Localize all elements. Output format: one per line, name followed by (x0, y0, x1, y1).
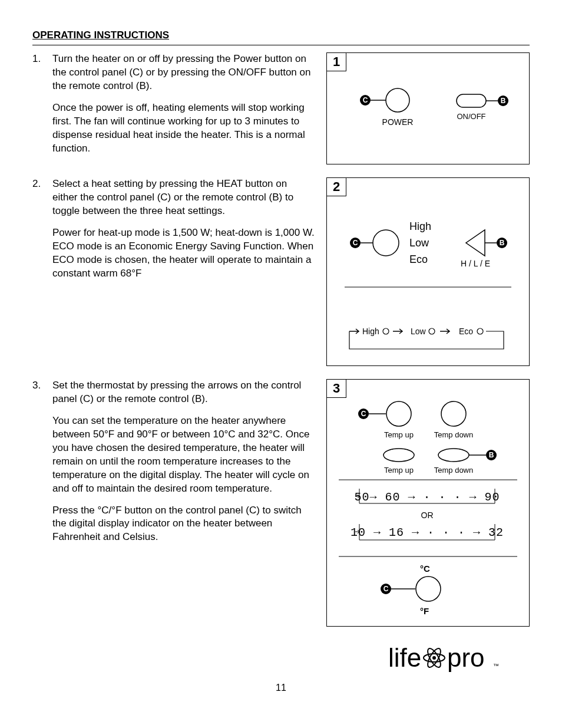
svg-point-11 (477, 328, 483, 334)
label-low: Low (409, 237, 429, 249)
figure-number: 1 (326, 52, 346, 71)
label-temp-up-2: Temp up (384, 466, 414, 475)
onoff-label: ON/OFF (457, 112, 485, 121)
figure-2: 2 C High Low Eco B H / L / E (326, 177, 530, 366)
label-or: OR (421, 510, 434, 520)
atom-icon (424, 647, 445, 669)
manual-page: OPERATING INSTRUCTIONS 1. Turn the heate… (0, 0, 562, 717)
figure-2-svg: C High Low Eco B H / L / E (327, 178, 529, 365)
label-deg-f: °F (420, 606, 429, 616)
figure-3: 3 C Temp up Temp down B Temp up (326, 379, 530, 627)
svg-point-23 (432, 656, 436, 660)
cycle-sequence: High Low Eco (349, 327, 504, 349)
svg-text:™: ™ (493, 663, 499, 669)
badge-b: B (489, 451, 494, 459)
label-hle: H / L / E (461, 259, 490, 268)
heat-button-icon (373, 230, 399, 256)
badge-c: C (363, 96, 368, 104)
logo-text-right: pro (447, 643, 485, 672)
step-number: 1. (32, 52, 52, 164)
power-button-icon (386, 88, 409, 112)
step-3-para-3: Press the °C/°F button on the control pa… (52, 504, 315, 545)
step-2-para-1: Select a heat setting by pressing the HE… (52, 177, 315, 218)
figure-number: 3 (326, 379, 346, 398)
temp-up-remote-icon (384, 449, 414, 462)
badge-b: B (501, 97, 506, 105)
temp-down-remote-icon (438, 449, 469, 462)
badge-c-2: C (384, 585, 389, 593)
step-2-para-2: Power for heat-up mode is 1,500 W; heat-… (52, 226, 315, 281)
step-3-para-1: Set the thermostat by pressing the arrow… (52, 379, 315, 406)
figure-1-svg: C POWER B ON/OFF (327, 53, 529, 164)
figure-number: 2 (326, 177, 346, 196)
label-eco: Eco (409, 253, 428, 265)
range-celsius: 10 → 16 → · · · → 32 (351, 526, 504, 539)
figure-1: 1 C POWER B ON/OFF (326, 52, 530, 164)
step-number: 2. (32, 177, 52, 289)
onoff-button-icon (457, 94, 486, 107)
step-1: 1. Turn the heater on or off by pressing… (32, 52, 315, 164)
svg-point-10 (429, 328, 435, 334)
step-1-para-2: Once the power is off, heating elements … (52, 101, 315, 156)
row-step-1: 1. Turn the heater on or off by pressing… (32, 52, 530, 174)
temp-down-panel-icon (441, 401, 466, 426)
range-fahrenheit: 50→ 60 → · · · → 90 (354, 490, 500, 504)
label-temp-down-2: Temp down (434, 466, 473, 475)
seq-high: High (362, 327, 379, 336)
figure-3-svg: C Temp up Temp down B Temp up Temp down (327, 380, 529, 626)
badge-c: C (353, 239, 358, 247)
step-1-para-1: Turn the heater on or off by pressing th… (52, 52, 315, 93)
remote-heat-button-icon (466, 230, 485, 256)
row-step-3: 3. Set the thermostat by pressing the ar… (32, 379, 530, 636)
badge-b: B (500, 239, 505, 247)
step-3-para-2: You can set the temperature on the heate… (52, 414, 315, 496)
label-deg-c: °C (420, 564, 430, 574)
step-3: 3. Set the thermostat by pressing the ar… (32, 379, 315, 552)
label-high: High (409, 220, 431, 232)
badge-c: C (361, 410, 366, 418)
seq-eco: Eco (459, 327, 473, 336)
label-temp-up-1: Temp up (384, 430, 414, 439)
temp-up-panel-icon (386, 401, 411, 426)
row-step-2: 2. Select a heat setting by pressing the… (32, 177, 530, 375)
brand-logo: life pro ™ (32, 642, 530, 677)
step-number: 3. (32, 379, 52, 552)
unit-toggle-icon (416, 577, 441, 601)
label-temp-down-1: Temp down (434, 430, 473, 439)
section-title: OPERATING INSTRUCTIONS (32, 29, 530, 45)
logo-text-left: life (388, 643, 421, 672)
step-2: 2. Select a heat setting by pressing the… (32, 177, 315, 289)
power-label: POWER (382, 117, 414, 127)
page-number: 11 (32, 683, 530, 693)
seq-low: Low (411, 327, 427, 336)
svg-point-9 (383, 328, 389, 334)
